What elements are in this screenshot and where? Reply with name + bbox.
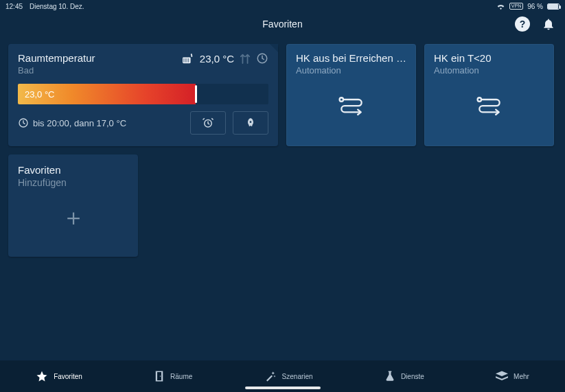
- arrows-up-icon: [240, 52, 251, 65]
- automation-subtitle: Automation: [434, 65, 544, 76]
- status-date: Dienstag 10. Dez.: [30, 3, 84, 10]
- temp-room: Bad: [18, 65, 95, 76]
- timer-button[interactable]: [190, 111, 226, 135]
- wand-icon: [264, 370, 277, 382]
- page-title: Favoriten: [262, 19, 302, 30]
- help-icon: ?: [515, 16, 530, 32]
- add-title: Favoriten: [18, 164, 128, 176]
- tab-label: Favoriten: [54, 373, 82, 380]
- vpn-icon: VPN: [509, 3, 523, 10]
- schedule-clock-icon: [18, 117, 29, 128]
- tab-label: Mehr: [514, 373, 529, 380]
- star-icon: [36, 370, 48, 382]
- status-bar: 12:45 Dienstag 10. Dez. VPN 96 %: [0, 0, 565, 12]
- radiator-icon: [182, 53, 194, 64]
- stack-icon: [496, 371, 508, 382]
- tab-mehr[interactable]: Mehr: [496, 371, 529, 382]
- wifi-icon: [496, 3, 505, 10]
- bell-icon: [542, 17, 555, 31]
- tab-label: Räume: [170, 373, 192, 380]
- add-favorite-card[interactable]: Favoriten Hinzufügen ＋: [8, 154, 138, 257]
- tab-szenarien[interactable]: Szenarien: [264, 370, 313, 382]
- tab-dienste[interactable]: Dienste: [384, 370, 424, 382]
- door-icon: [154, 370, 165, 382]
- automation-subtitle: Automation: [296, 65, 406, 76]
- flask-icon: [384, 370, 395, 382]
- help-button[interactable]: ?: [514, 16, 531, 32]
- tab-bar: Favoriten Räume Szenarien Dienste Mehr: [0, 360, 565, 392]
- automation-title: HK ein T<20: [434, 52, 544, 64]
- room-temperature-card[interactable]: Raumtemperatur Bad 23,0 °C 23,0 °C: [8, 44, 278, 146]
- slider-thumb[interactable]: [195, 85, 197, 103]
- automation-flow-icon: [434, 76, 544, 138]
- notifications-button[interactable]: [540, 16, 557, 32]
- clock-icon: [256, 52, 268, 65]
- favorites-grid: Raumtemperatur Bad 23,0 °C 23,0 °C: [0, 36, 565, 265]
- tab-label: Szenarien: [282, 373, 313, 380]
- temp-title: Raumtemperatur: [18, 52, 95, 64]
- automation-card-2[interactable]: HK ein T<20 Automation: [424, 44, 554, 146]
- add-subtitle: Hinzufügen: [18, 177, 128, 188]
- alarm-icon: [202, 117, 214, 129]
- rocket-icon: [245, 117, 256, 128]
- temp-current-value: 23,0 °C: [200, 53, 234, 65]
- home-indicator: [245, 387, 321, 389]
- fold-icon: [270, 44, 278, 52]
- battery-icon: [547, 3, 560, 10]
- tab-favoriten[interactable]: Favoriten: [36, 370, 82, 382]
- automation-flow-icon: [296, 76, 406, 138]
- tab-label: Dienste: [401, 373, 424, 380]
- automation-title: HK aus bei Erreichen d...: [296, 52, 406, 64]
- status-time: 12:45: [5, 3, 23, 10]
- boost-button[interactable]: [233, 111, 268, 135]
- slider-value: 23,0 °C: [25, 89, 55, 100]
- battery-text: 96 %: [527, 3, 543, 10]
- tab-raeume[interactable]: Räume: [154, 370, 192, 382]
- app-header: Favoriten ?: [0, 12, 565, 36]
- plus-icon: ＋: [18, 188, 128, 247]
- temperature-slider[interactable]: 23,0 °C: [18, 84, 268, 104]
- schedule-text: bis 20:00, dann 17,0 °C: [33, 118, 126, 128]
- automation-card-1[interactable]: HK aus bei Erreichen d... Automation: [286, 44, 416, 146]
